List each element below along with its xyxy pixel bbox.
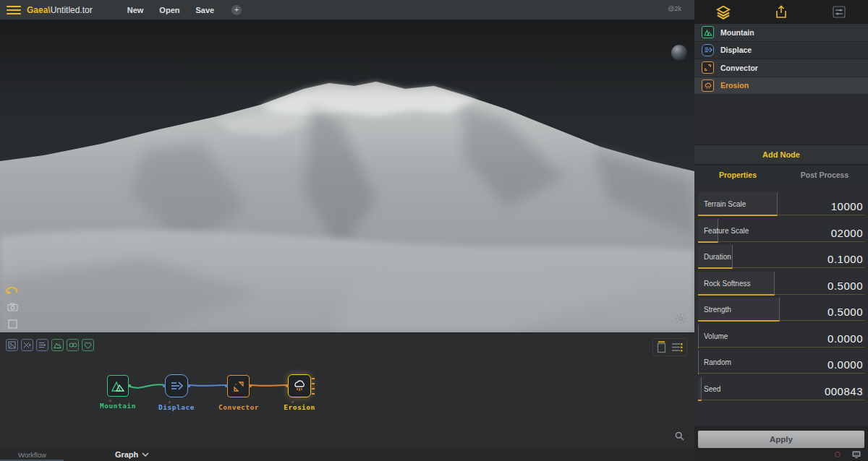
- property-value[interactable]: 0.5000: [827, 306, 863, 318]
- property-label: Seed: [704, 385, 720, 393]
- node-list-item-mountain[interactable]: Mountain: [694, 24, 868, 42]
- panel-header: [694, 0, 868, 24]
- chevron-down-icon: [142, 452, 149, 457]
- graph-node-erosion[interactable]: [288, 374, 311, 397]
- node-graph-panel[interactable]: Mountain Displace Convector Erosion: [0, 332, 694, 448]
- convector-node-icon: [702, 61, 714, 74]
- panel-layout-icon[interactable]: [657, 341, 666, 353]
- top-menu-bar: Gaea\Untitled.tor New Open Save + @2k: [0, 0, 694, 20]
- property-label: Random: [704, 358, 731, 366]
- node-list-label: Convector: [720, 64, 758, 72]
- frame-select-icon[interactable]: [6, 318, 19, 329]
- layers-icon[interactable]: [709, 3, 738, 22]
- property-label: Rock Softness: [704, 280, 750, 288]
- node-list-label: Displace: [720, 46, 752, 54]
- erosion-node-icon: [702, 79, 714, 92]
- apply-button[interactable]: Apply: [698, 431, 864, 448]
- properties-panel: Mountain Displace Convector Erosion: [694, 0, 868, 461]
- displace-node-icon: [702, 44, 714, 56]
- node-list-label: Erosion: [720, 81, 749, 90]
- open-button[interactable]: Open: [159, 6, 179, 14]
- viewport-toolbar: [6, 285, 19, 329]
- search-icon[interactable]: [675, 431, 684, 444]
- navigation-sphere[interactable]: [671, 45, 687, 61]
- record-indicator-icon[interactable]: [835, 452, 841, 457]
- tab-post-process[interactable]: Post Process: [781, 165, 868, 185]
- property-strength[interactable]: Strength 0.5000: [698, 295, 864, 321]
- property-volume[interactable]: Volume 0.0000: [698, 322, 864, 348]
- property-value[interactable]: 0.5000: [827, 280, 863, 292]
- property-duration[interactable]: Duration 0.1000: [698, 242, 864, 268]
- hamburger-menu-icon[interactable]: [7, 6, 21, 14]
- property-value[interactable]: 0.0000: [827, 332, 863, 345]
- footer-status-icons: [835, 451, 861, 458]
- node-wires: [0, 333, 694, 449]
- export-icon[interactable]: [767, 3, 796, 22]
- graph-node-label: Displace: [151, 403, 202, 411]
- property-value[interactable]: 02000: [831, 227, 863, 239]
- cut-wire-icon[interactable]: [21, 339, 33, 351]
- viewport-quality-controls: Ultra: [670, 313, 692, 332]
- node-list: Mountain Displace Convector Erosion: [694, 24, 868, 95]
- mountain-node-icon: [702, 26, 714, 38]
- node-list-item-displace[interactable]: Displace: [694, 42, 868, 60]
- view-selector[interactable]: Graph: [115, 450, 149, 459]
- screenshot-camera-icon[interactable]: [6, 301, 19, 313]
- property-feature-scale[interactable]: Feature Scale 02000: [698, 216, 864, 242]
- property-label: Duration: [704, 253, 731, 261]
- displace-node-icon: [169, 380, 184, 392]
- file-name: Untitled.tor: [51, 5, 93, 15]
- graph-toolbar: [6, 339, 94, 351]
- property-list: Terrain Scale 10000 Feature Scale 02000 …: [694, 185, 868, 426]
- property-label: Volume: [704, 332, 728, 340]
- workflow-label: Workflow: [18, 451, 46, 459]
- terrain-render: [0, 20, 694, 332]
- property-value[interactable]: 10000: [831, 200, 863, 212]
- gaea-application-window: Gaea\Untitled.tor New Open Save + @2k: [0, 0, 868, 461]
- convector-node-icon: [232, 380, 245, 393]
- graph-node-mountain[interactable]: [107, 375, 129, 397]
- favorites-heart-icon[interactable]: [82, 339, 94, 351]
- view-selector-label: Graph: [115, 450, 138, 459]
- slider-fill: [698, 324, 699, 348]
- thumbnail-icon[interactable]: [6, 339, 18, 351]
- terrain-nodes-icon[interactable]: [51, 339, 64, 351]
- save-options-button[interactable]: +: [231, 5, 242, 15]
- workflow-bar: Workflow Graph: [0, 448, 694, 461]
- graph-node-displace[interactable]: [165, 374, 188, 397]
- add-node-button[interactable]: Add Node: [694, 145, 868, 165]
- app-name: Gaea\: [27, 5, 51, 15]
- property-value[interactable]: 0.0000: [827, 358, 863, 371]
- graph-node-label: Mountain: [93, 402, 143, 410]
- main-menu: New Open Save +: [127, 5, 242, 15]
- property-label: Feature Scale: [704, 227, 749, 235]
- tab-properties[interactable]: Properties: [694, 165, 781, 185]
- node-list-icon[interactable]: [36, 339, 48, 351]
- property-seed[interactable]: Seed 000843: [698, 374, 864, 400]
- new-button[interactable]: New: [127, 6, 144, 14]
- node-list-item-convector[interactable]: Convector: [694, 59, 868, 77]
- link-icon[interactable]: [67, 339, 79, 351]
- property-random[interactable]: Random 0.0000: [698, 348, 864, 374]
- node-list-label: Mountain: [720, 28, 754, 37]
- orbit-icon[interactable]: [6, 285, 19, 296]
- erosion-node-icon: [292, 379, 307, 392]
- save-button[interactable]: Save: [195, 6, 214, 14]
- graph-node-convector[interactable]: [227, 375, 250, 397]
- sun-icon[interactable]: [675, 313, 686, 324]
- display-icon[interactable]: [852, 451, 861, 458]
- property-label: Strength: [704, 306, 731, 314]
- property-rock-softness[interactable]: Rock Softness 0.5000: [698, 269, 864, 295]
- settings-sliders-icon[interactable]: [825, 3, 854, 22]
- property-value[interactable]: 0.1000: [827, 253, 863, 265]
- slider-fill: [698, 377, 702, 401]
- window-title: Gaea\Untitled.tor: [27, 5, 93, 15]
- resolution-badge: @2k: [668, 5, 681, 12]
- property-terrain-scale[interactable]: Terrain Scale 10000: [698, 189, 864, 215]
- panel-footer: Apply: [694, 426, 868, 461]
- node-list-item-erosion[interactable]: Erosion: [694, 77, 868, 95]
- layer-list-icon[interactable]: [671, 341, 683, 353]
- terrain-viewport[interactable]: Idle Ultra: [0, 20, 694, 332]
- property-value[interactable]: 000843: [825, 385, 863, 397]
- graph-node-label: Convector: [213, 403, 264, 411]
